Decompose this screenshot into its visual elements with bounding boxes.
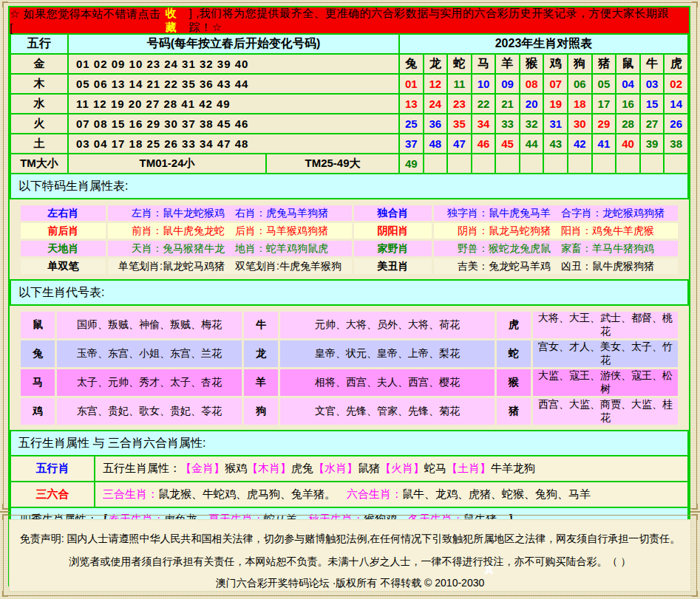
zodiac-number-cell: 18: [568, 94, 592, 114]
main-table-header-row: 五行号码(每年按立春后开始变化号码)2023年生肖对照表: [10, 34, 688, 54]
tm-label: TM大小: [10, 154, 68, 174]
attribute-row: 前后肖前肖：鼠牛虎兔龙蛇 后肖：马羊猴鸡狗猪阴阳肖阴肖：鼠龙马蛇狗猪 阳肖：鸡兔…: [21, 223, 678, 239]
zodiac-number-cell: 29: [592, 114, 616, 134]
codename-row: 鼠国师、叛贼、神偷、叛贼、梅花牛元帅、大将、员外、大将、荷花虎大将、大王、武士、…: [21, 312, 678, 338]
banner-text-prefix: ☆ 如果您觉得本站不错请点击 [: [10, 7, 163, 34]
attribute-table-wrap: 左右肖左肖：鼠牛龙蛇猴鸡 右肖：虎兔马羊狗猪独合肖独字肖：鼠牛虎兔马羊 合字肖：…: [10, 199, 689, 281]
element-numbers: 01 02 09 10 23 24 31 32 39 40: [68, 54, 399, 74]
zodiac-number-cell: 23: [447, 94, 472, 114]
element-numbers: 05 06 13 14 21 22 35 36 43 44: [68, 74, 399, 94]
zodiac-number-cell: 24: [424, 94, 448, 114]
attribute-row: 单双笔单笔划肖:鼠龙蛇马鸡猪 双笔划肖:牛虎兔羊猴狗美丑肖吉美：兔龙蛇马羊鸡 凶…: [21, 259, 678, 274]
empty-cell: [543, 154, 568, 174]
empty-cell: [616, 154, 640, 174]
zodiac-name-cell: 羊: [495, 54, 520, 74]
zodiac-number-cell: 33: [495, 114, 520, 134]
attribute-values: 野兽：猴蛇龙兔虎鼠 家畜：羊马牛猪狗鸡: [434, 241, 678, 256]
zodiac-name-cell: 马: [472, 54, 496, 74]
wuxing-row-label: 三六合: [11, 482, 95, 507]
text-segment: 【火肖】: [380, 462, 424, 476]
page: { "banner": { "prefix": "☆ 如果您觉得本站不错请点击 …: [0, 0, 700, 599]
zodiac-number-cell: 13: [399, 94, 424, 114]
frame-corner-ornament: [690, 511, 700, 521]
zodiac-number-cell: 06: [568, 74, 592, 94]
zodiac-number-cell: 16: [616, 94, 640, 114]
disclaimer-box: 免责声明: 国内人士请遵照中华人民共和国相关法律，切勿参与赌博触犯法例,在任何情…: [9, 519, 691, 592]
zodiac-number-cell: 47: [447, 134, 472, 154]
zodiac-number-cell: 04: [616, 74, 640, 94]
zodiac-number-cell: 32: [520, 114, 544, 134]
codename-zodiac-label: 羊: [244, 369, 278, 396]
text-segment: 【木肖】: [247, 462, 291, 476]
codename-row: 兔玉帝、东宫、小姐、东宫、兰花龙皇帝、状元、皇帝、上帝、梨花蛇宫女、才人、美女、…: [21, 340, 678, 367]
disclaimer-line-1: 免责声明: 国内人士请遵照中华人民共和国相关法律，切勿参与赌博触犯法例,在任何情…: [10, 520, 690, 546]
empty-cell: [592, 154, 616, 174]
zodiac-number-cell: 42: [568, 134, 592, 154]
attribute-label: 美丑肖: [354, 259, 432, 274]
codename-zodiac-label: 虎: [497, 312, 531, 338]
attribute-label: 阴阳肖: [354, 223, 432, 239]
text-segment: 【水肖】: [313, 462, 358, 476]
element-numbers: 11 12 19 20 27 28 41 42 49: [68, 94, 399, 114]
zodiac-number-cell: 34: [472, 114, 496, 134]
codename-row: 鸡东宫、贵妃、歌女、贵妃、苓花狗文官、先锋、管家、先锋、菊花猪西宫、大监、商贾、…: [21, 398, 678, 425]
section-title-attributes: 以下特码生肖属性表:: [10, 173, 689, 199]
element-row: 金01 02 09 10 23 24 31 32 39 40兔龙蛇马羊猴鸡狗猪鼠…: [10, 54, 688, 74]
attribute-row: 天地肖天肖：兔马猴猪牛龙 地肖：蛇羊鸡狗鼠虎家野肖野兽：猴蛇龙兔虎鼠 家畜：羊马…: [21, 241, 678, 256]
attribute-table: 左右肖左肖：鼠牛龙蛇猴鸡 右肖：虎兔马羊狗猪独合肖独字肖：鼠牛虎兔马羊 合字肖：…: [18, 203, 680, 276]
top-banner: ☆ 如果您觉得本站不错请点击 [ 收藏 ] ,我们将为您提供最齐全、更准确的六合…: [10, 7, 689, 33]
zodiac-number-cell: 40: [616, 134, 640, 154]
attribute-row: 左右肖左肖：鼠牛龙蛇猴鸡 右肖：虎兔马羊狗猪独合肖独字肖：鼠牛虎兔马羊 合字肖：…: [21, 205, 678, 221]
codename-zodiac-label: 蛇: [497, 340, 531, 367]
zodiac-name-cell: 狗: [568, 54, 592, 74]
codename-row: 马太子、元帅、秀才、太子、杏花羊相将、西宫、夫人、西宫、樱花猴大监、寇王、游侠、…: [21, 369, 678, 396]
zodiac-number-table: 五行号码(每年按立春后开始变化号码)2023年生肖对照表金01 02 09 10…: [10, 33, 689, 174]
empty-cell: [664, 154, 688, 174]
attribute-label: 独合肖: [354, 205, 432, 221]
element-label: 土: [10, 134, 68, 154]
zodiac-number-cell: 08: [520, 74, 544, 94]
codename-values: 相将、西宫、夫人、西宫、樱花: [280, 369, 495, 396]
codename-zodiac-label: 鸡: [21, 398, 55, 425]
zodiac-number-cell: 20: [520, 94, 544, 114]
codename-values: 国师、叛贼、神偷、叛贼、梅花: [57, 312, 242, 338]
codename-values: 文官、先锋、管家、先锋、菊花: [280, 398, 495, 425]
attribute-values: 吉美：兔龙蛇马羊鸡 凶丑：鼠牛虎猴狗猪: [434, 259, 678, 274]
zodiac-name-cell: 牛: [640, 54, 665, 74]
empty-cell: [520, 154, 544, 174]
zodiac-number-cell: 17: [592, 94, 616, 114]
zodiac-number-cell: 43: [543, 134, 568, 154]
codename-zodiac-label: 鼠: [21, 312, 55, 338]
zodiac-name-cell: 鸡: [543, 54, 568, 74]
bookmark-link[interactable]: 收藏: [165, 7, 187, 35]
attribute-label: 单双笔: [21, 259, 106, 274]
element-row: 水11 12 19 20 27 28 41 42 491324232221201…: [10, 94, 688, 114]
codename-table: 鼠国师、叛贼、神偷、叛贼、梅花牛元帅、大将、员外、大将、荷花虎大将、大王、武士、…: [18, 309, 680, 427]
zodiac-number-cell: 03: [640, 74, 665, 94]
codename-values: 宫女、才人、美女、太子、竹花: [533, 340, 678, 367]
zodiac-number-cell: 45: [495, 134, 520, 154]
codename-values: 东宫、贵妃、歌女、贵妃、苓花: [57, 398, 242, 425]
wuxing-row: 五行肖五行生肖属性：【金肖】猴鸡 【木肖】虎兔 【水肖】鼠猪 【火肖】蛇马 【土…: [10, 455, 689, 482]
zodiac-number-cell: 39: [640, 134, 665, 154]
attribute-values: 左肖：鼠牛龙蛇猴鸡 右肖：虎兔马羊狗猪: [108, 205, 352, 221]
zodiac-number-cell: 27: [640, 114, 665, 134]
attribute-label: 左右肖: [21, 205, 106, 221]
wuxing-row-label: 五行肖: [11, 456, 95, 481]
zodiac-number-cell: 35: [447, 114, 472, 134]
column-header-numbers: 号码(每年按立春后开始变化号码): [68, 34, 399, 54]
zodiac-number-cell: 07: [543, 74, 568, 94]
element-label: 火: [10, 114, 68, 134]
banner-text-suffix: ] ,我们将为您提供最齐全、更准确的六合彩数据与实用的六合彩历史开奖记录，方便大…: [189, 7, 689, 35]
heart-char: 真: [484, 564, 494, 577]
empty-cell: [495, 154, 520, 174]
codename-zodiac-label: 龙: [244, 340, 278, 367]
element-row: 土03 04 17 18 25 26 33 34 47 483748474645…: [10, 134, 688, 154]
zodiac-number-cell: 41: [592, 134, 616, 154]
codename-values: 皇帝、状元、皇帝、上帝、梨花: [280, 340, 495, 367]
wuxing-row: 三六合三合生肖：鼠龙猴、牛蛇鸡、虎马狗、兔羊猪。 六合生肖：鼠牛、龙鸡、虎猪、蛇…: [10, 481, 689, 508]
zodiac-number-cell: 30: [568, 114, 592, 134]
text-segment: 蛇马: [424, 462, 446, 476]
tm-size-row: TM大小TM01-24小TM25-49大49: [10, 154, 688, 174]
zodiac-number-cell: 19: [543, 94, 568, 114]
